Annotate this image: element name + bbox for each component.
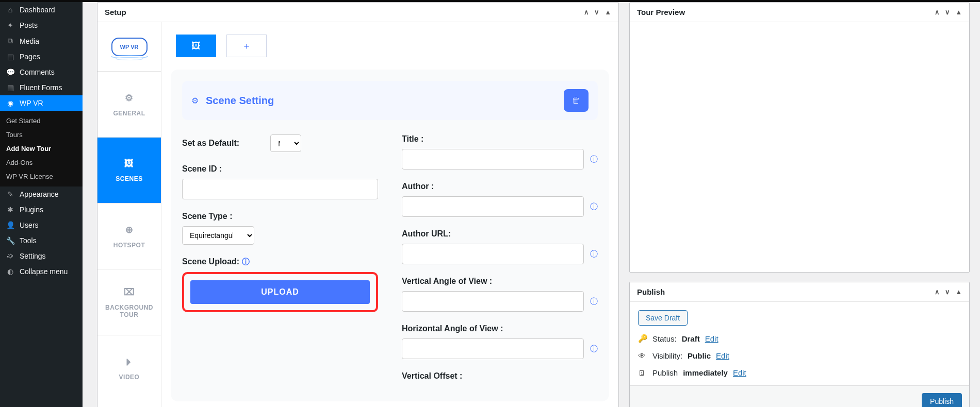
setup-panel-header: Setup ∧ ∨ ▲ [97,3,618,22]
sidebar-item-media[interactable]: ⧉ Media [0,33,83,49]
wpvr-icon: ◉ [5,99,15,107]
scene-tab-add[interactable]: ＋ [226,35,267,57]
vaov-label: Vertical Angle of View : [402,277,598,286]
submenu-get-started[interactable]: Get Started [0,114,83,128]
rail-tab-bg-tour[interactable]: ⌧ BACKGROUND TOUR [97,269,161,335]
scene-upload-label: Scene Upload: ⓘ [182,257,378,267]
tour-preview-title: Tour Preview [637,8,685,16]
panel-move-up-icon[interactable]: ∧ [935,288,940,296]
sidebar-item-label: Pages [20,53,40,61]
sidebar-item-label: WP VR [20,99,43,107]
visibility-value: Public [688,351,711,360]
plus-icon: ＋ [242,40,251,52]
rail-tab-label: HOTSPOT [113,242,145,249]
panel-move-down-icon[interactable]: ∨ [594,8,599,16]
help-icon[interactable]: ⓘ [590,297,598,307]
scene-id-input[interactable] [182,179,378,199]
sidebar-item-label: Collapse menu [20,267,68,276]
collapse-icon: ◐ [5,267,15,276]
scene-tab-active[interactable]: 🖼 [176,35,216,57]
video-icon: ⏵ [124,357,134,367]
vertical-offset-label: Vertical Offset : [402,371,598,381]
author-label: Author : [402,182,598,191]
sidebar-item-settings[interactable]: ⛮ Settings [0,248,83,264]
rail-tab-general[interactable]: ⚙ GENERAL [97,72,161,138]
help-icon[interactable]: ⓘ [590,249,598,259]
panel-collapse-icon[interactable]: ▲ [605,8,611,16]
sidebar-item-dashboard[interactable]: ⌂ Dashboard [0,2,83,18]
panel-move-down-icon[interactable]: ∨ [945,288,950,296]
scene-id-label: Scene ID : [182,164,378,174]
sidebar-item-users[interactable]: 👤 Users [0,217,83,233]
scene-type-label: Scene Type : [182,212,378,221]
setup-title: Setup [105,8,126,16]
target-icon: ⊕ [125,224,134,235]
publish-panel: Publish ∧ ∨ ▲ Save Draft 🔑 Status: Draft… [629,282,970,407]
title-input[interactable] [402,149,584,169]
panel-move-up-icon[interactable]: ∧ [584,8,589,16]
image-icon: 🖼 [124,158,134,169]
edit-visibility-link[interactable]: Edit [716,351,729,360]
help-icon[interactable]: ⓘ [590,202,598,212]
sidebar-item-plugins[interactable]: ✱ Plugins [0,202,83,217]
panel-collapse-icon[interactable]: ▲ [955,288,962,296]
set-default-select[interactable]: No [270,134,301,152]
rail-tab-video[interactable]: ⏵ VIDEO [97,335,161,401]
submenu-addons[interactable]: Add-Ons [0,156,83,169]
haov-label: Horizontal Angle of View : [402,324,598,333]
dashboard-icon: ⌂ [5,6,15,14]
panel-move-down-icon[interactable]: ∨ [945,8,950,16]
edit-date-link[interactable]: Edit [733,368,746,377]
publish-status-row: 🔑 Status: Draft Edit [638,334,961,343]
sidebar-item-comments[interactable]: 💬 Comments [0,64,83,80]
help-icon[interactable]: ⓘ [590,344,598,354]
vaov-input[interactable] [402,291,584,312]
submenu-add-new-tour[interactable]: Add New Tour [0,142,83,156]
brush-icon: ✎ [5,190,15,198]
status-value: Draft [682,334,700,343]
author-input[interactable] [402,196,584,217]
rail-tab-hotspot[interactable]: ⊕ HOTSPOT [97,204,161,269]
save-draft-button[interactable]: Save Draft [638,310,688,326]
eye-icon: 👁 [638,351,647,360]
haov-input[interactable] [402,338,584,359]
sidebar-item-label: Dashboard [20,6,55,14]
publish-when-value: immediately [683,368,728,377]
status-label: Status: [652,334,677,343]
author-url-input[interactable] [402,244,584,264]
rail-tab-scenes[interactable]: 🖼 SCENES [97,138,161,204]
sidebar-item-appearance[interactable]: ✎ Appearance [0,186,83,202]
rail-tab-label: VIDEO [119,374,140,381]
pin-icon: ✦ [5,21,15,29]
publish-button[interactable]: Publish [922,393,962,407]
sidebar-item-label: Plugins [20,206,43,214]
upload-button[interactable]: UPLOAD [190,280,370,304]
tour-preview-header: Tour Preview ∧ ∨ ▲ [630,3,969,22]
sidebar-item-tools[interactable]: 🔧 Tools [0,233,83,248]
set-default-label: Set as Default: [182,139,239,148]
sidebar-item-wpvr[interactable]: ◉ WP VR [0,95,83,111]
scene-type-select[interactable]: Equirectangular [182,226,254,245]
forms-icon: ▦ [5,83,15,92]
submenu-license[interactable]: WP VR License [0,169,83,183]
wrench-icon: 🔧 [5,236,15,245]
submenu-tours[interactable]: Tours [0,128,83,142]
wpvr-logo-badge: WP VR [97,22,161,72]
delete-scene-button[interactable]: 🗑 [564,89,589,112]
scene-settings-card: ⚙ Scene Setting 🗑 [171,70,609,401]
publish-when-label: Publish [652,368,678,377]
sidebar-item-label: Comments [20,68,55,76]
panel-collapse-icon[interactable]: ▲ [955,8,962,16]
sidebar-item-collapse[interactable]: ◐ Collapse menu [0,264,83,279]
help-icon[interactable]: ⓘ [242,257,250,266]
upload-highlight: UPLOAD [182,272,378,312]
scene-setting-title: Scene Setting [206,95,274,107]
sidebar-item-posts[interactable]: ✦ Posts [0,18,83,33]
edit-status-link[interactable]: Edit [705,334,718,343]
sidebar-item-fluent-forms[interactable]: ▦ Fluent Forms [0,80,83,95]
panel-move-up-icon[interactable]: ∧ [935,8,940,16]
setup-rail: WP VR ⚙ GENERAL 🖼 SCENES ⊕ HOTSPOT [97,22,161,407]
help-icon[interactable]: ⓘ [590,155,598,164]
sidebar-item-pages[interactable]: ▤ Pages [0,49,83,64]
sidebar-item-label: Appearance [20,190,59,198]
